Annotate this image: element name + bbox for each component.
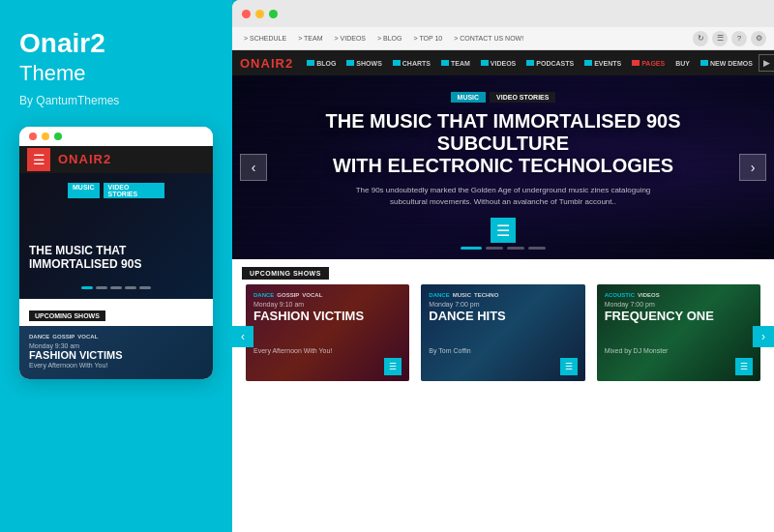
show-prev-btn[interactable]: ‹ <box>232 326 253 347</box>
site-nav-videos[interactable]: VIDEOS <box>476 56 521 71</box>
site-nav-charts[interactable]: CHARTS <box>388 56 435 71</box>
nav-right-actions: ▶ ▦ 🔍 <box>759 54 774 72</box>
hero-title-line1: THE MUSIC THAT IMMORTALISED 90S SUBCULTU… <box>325 110 680 154</box>
site-nav-demos[interactable]: NEW DEMOS <box>696 56 758 71</box>
hero-dot-3[interactable] <box>507 247 524 250</box>
site-logo-text: ONAIR <box>240 56 285 71</box>
browser-icons: ↻ ☰ ? ⚙ <box>693 31 766 46</box>
show-3-tag2: VIDEOS <box>638 292 660 298</box>
show-1-cta[interactable]: ☰ <box>384 358 402 375</box>
show-1-title: FASHION VICTIMS <box>253 310 402 347</box>
show-3-time: Monday 7:00 pm <box>605 301 753 308</box>
desktop-dot-red <box>242 10 251 18</box>
author-label: By QantumThemes <box>19 94 213 107</box>
hero-tag1: MUSIC <box>451 92 487 103</box>
mobile-hero-tags: MUSIC VIDEO STORIES <box>68 183 164 198</box>
browser-nav-videos[interactable]: > VIDEOS <box>331 33 370 44</box>
site-nav-team[interactable]: TEAM <box>436 56 475 71</box>
show-next-btn[interactable]: › <box>753 326 774 347</box>
show-2-tag1: DANCE <box>429 292 449 298</box>
browser-icon-1[interactable]: ↻ <box>693 31 708 46</box>
mobile-mockup: ☰ ONAIR2 MUSIC VIDEO STORIES THE MUSIC T… <box>19 127 213 379</box>
pages-icon <box>632 60 640 66</box>
site-nav-shows[interactable]: SHOWS <box>342 56 386 71</box>
hero-tags: MUSIC VIDEO STORIES <box>290 92 716 103</box>
show-card-2: DANCE MUSIC TECHNO Monday 7:00 pm DANCE … <box>421 284 584 381</box>
mobile-upcoming-badge: UPCOMING SHOWS <box>29 310 105 321</box>
mobile-show-tag2: GOSSIP <box>52 334 74 340</box>
mobile-logo-accent: 2 <box>104 152 111 166</box>
show-1-subtitle: Every Afternoon With You! <box>253 347 402 354</box>
mobile-show-time: Monday 9:30 am <box>29 342 203 349</box>
mobile-hero-tag2: VIDEO STORIES <box>104 183 164 198</box>
hero-title: THE MUSIC THAT IMMORTALISED 90S SUBCULTU… <box>290 110 716 177</box>
show-3-cta[interactable]: ☰ <box>735 358 753 375</box>
team-icon <box>441 60 449 66</box>
mobile-show-card: DANCE GOSSIP VOCAL Monday 9:30 am FASHIO… <box>19 326 213 379</box>
mobile-dot-2[interactable] <box>96 286 107 289</box>
mobile-show-tag1: DANCE <box>29 334 49 340</box>
hero-dot-2[interactable] <box>486 247 503 250</box>
hero-dot-1[interactable] <box>461 247 482 250</box>
mobile-hero-dots <box>81 286 151 289</box>
browser-nav-contact[interactable]: > CONTACT US NOW! <box>450 33 527 44</box>
site-nav-podcasts[interactable]: PODCASTS <box>521 56 579 71</box>
show-2-tag2: MUSIC <box>453 292 471 298</box>
site-nav-buy[interactable]: BUY <box>670 56 695 71</box>
browser-nav-top10[interactable]: > TOP 10 <box>409 33 446 44</box>
mobile-dot-red <box>29 133 37 140</box>
demos-icon <box>700 60 708 66</box>
mobile-upcoming-label: UPCOMING SHOWS <box>19 299 213 326</box>
site-nav-events[interactable]: EVENTS <box>580 56 626 71</box>
mobile-dot-5[interactable] <box>139 286 151 289</box>
show-1-tag2: GOSSIP <box>277 292 299 298</box>
show-2-title: DANCE HITS <box>429 310 577 347</box>
mobile-dot-green <box>54 133 62 140</box>
browser-nav-schedule[interactable]: > SCHEDULE <box>240 33 290 44</box>
site-logo-accent: 2 <box>285 56 293 71</box>
mobile-show-tag3: VOCAL <box>77 334 98 340</box>
mobile-hero-tag1: MUSIC <box>68 183 100 198</box>
hero-next-btn[interactable]: › <box>739 154 766 181</box>
show-card-1: DANCE GOSSIP VOCAL Monday 9:10 am FASHIO… <box>246 284 409 381</box>
mobile-logo-text: ONAIR <box>58 152 104 166</box>
desktop-topbar <box>232 0 774 27</box>
browser-icon-4[interactable]: ⚙ <box>751 31 766 46</box>
show-3-footer: ☰ <box>605 358 753 375</box>
show-1-tag3: VOCAL <box>302 292 322 298</box>
hero-prev-btn[interactable]: ‹ <box>240 154 267 181</box>
upcoming-section: UPCOMING SHOWS ‹ DANCE GOSSIP VOCAL Mond… <box>232 259 774 532</box>
site-nav-blog[interactable]: BLOG <box>302 56 341 71</box>
mobile-hamburger-btn[interactable]: ☰ <box>27 148 50 171</box>
charts-icon <box>393 60 401 66</box>
mobile-dot-4[interactable] <box>125 286 136 289</box>
site-nav-pages[interactable]: PAGES <box>627 56 670 71</box>
browser-icon-2[interactable]: ☰ <box>712 31 728 46</box>
show-1-tags: DANCE GOSSIP VOCAL <box>253 292 402 298</box>
mobile-hero: MUSIC VIDEO STORIES THE MUSIC THAT IMMOR… <box>19 173 213 299</box>
browser-icon-3[interactable]: ? <box>731 31 747 46</box>
mobile-dot-yellow <box>42 133 49 140</box>
nav-play-btn[interactable]: ▶ <box>759 54 774 72</box>
mobile-dot-1[interactable] <box>81 286 93 289</box>
upcoming-label: UPCOMING SHOWS <box>242 267 329 280</box>
show-2-cta[interactable]: ☰ <box>560 358 578 375</box>
mobile-show-title: FASHION VICTIMS <box>29 349 203 362</box>
right-panel: > SCHEDULE > TEAM > VIDEOS > BLOG > TOP … <box>232 0 774 532</box>
hero-dot-4[interactable] <box>528 247 546 250</box>
browser-nav-team[interactable]: > TEAM <box>294 33 326 44</box>
mobile-dot-3[interactable] <box>110 286 122 289</box>
hero-description: The 90s undoubtedly marked the Golden Ag… <box>339 185 668 208</box>
hero-tag2: VIDEO STORIES <box>490 92 555 103</box>
browser-nav-blog[interactable]: > BLOG <box>373 33 405 44</box>
events-icon <box>584 60 592 66</box>
blog-icon <box>307 60 314 66</box>
hero-content: MUSIC VIDEO STORIES THE MUSIC THAT IMMOR… <box>290 92 716 243</box>
show-2-tag3: TECHNO <box>474 292 498 298</box>
desktop-dot-green <box>269 10 278 18</box>
mobile-hero-title: THE MUSIC THAT IMMORTALISED 90S <box>29 244 203 272</box>
hero-cta-btn[interactable]: ☰ <box>491 218 516 243</box>
product-name: Onair2 <box>19 29 213 59</box>
show-3-tag1: ACOUSTIC <box>605 292 635 298</box>
mobile-topbar <box>19 127 213 146</box>
